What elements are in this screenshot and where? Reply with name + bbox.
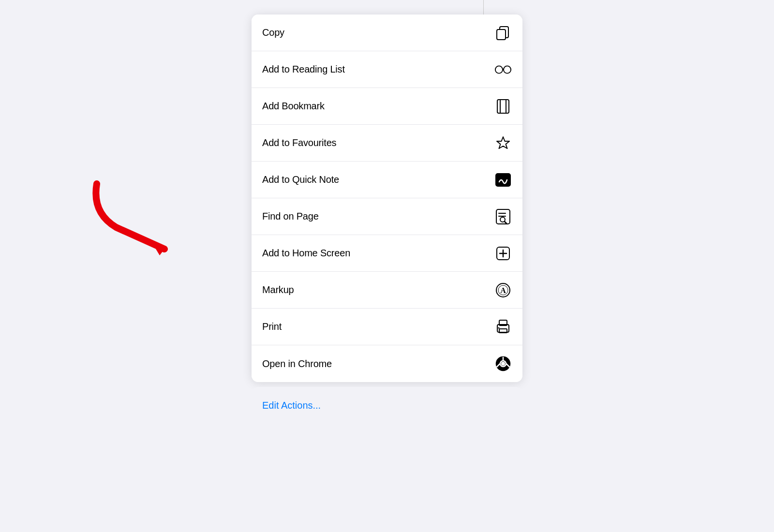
menu-item-chrome[interactable]: Open in Chrome	[252, 345, 522, 382]
print-icon	[494, 318, 512, 336]
svg-line-11	[505, 222, 506, 223]
quick-note-icon	[494, 171, 512, 189]
copy-label: Copy	[262, 27, 284, 38]
svg-rect-1	[497, 30, 506, 40]
home-screen-label: Add to Home Screen	[262, 248, 350, 259]
bookmark-label: Add Bookmark	[262, 101, 325, 112]
edit-actions-button[interactable]: Edit Actions...	[262, 400, 321, 411]
copy-icon	[494, 24, 512, 42]
markup-label: Markup	[262, 284, 294, 296]
markup-icon: A	[494, 281, 512, 299]
menu-item-print[interactable]: Print	[252, 309, 522, 345]
svg-point-27	[501, 362, 505, 366]
home-screen-icon	[494, 245, 512, 262]
bookmark-icon	[494, 98, 512, 115]
context-menu: Copy Add to Reading List Add Bookmark	[252, 15, 522, 424]
reading-list-icon	[494, 61, 512, 78]
menu-item-markup[interactable]: Markup A	[252, 272, 522, 309]
svg-marker-5	[497, 137, 509, 148]
svg-point-2	[495, 66, 503, 73]
svg-point-3	[504, 66, 511, 73]
chrome-icon	[494, 355, 512, 372]
favourites-icon	[494, 134, 512, 152]
svg-marker-0	[151, 241, 164, 255]
favourites-label: Add to Favourites	[262, 137, 336, 148]
reading-list-label: Add to Reading List	[262, 64, 345, 75]
svg-rect-6	[496, 174, 510, 186]
svg-point-21	[498, 327, 500, 328]
menu-item-find-on-page[interactable]: Find on Page	[252, 198, 522, 235]
annotation-arrow	[77, 174, 203, 271]
svg-rect-4	[497, 100, 509, 113]
svg-text:A: A	[500, 286, 506, 295]
menu-card-main: Copy Add to Reading List Add Bookmark	[252, 15, 522, 382]
menu-item-quick-note[interactable]: Add to Quick Note	[252, 162, 522, 198]
quick-note-label: Add to Quick Note	[262, 174, 339, 185]
chrome-label: Open in Chrome	[262, 358, 332, 369]
find-on-page-icon	[494, 208, 512, 225]
menu-item-copy[interactable]: Copy	[252, 15, 522, 51]
menu-item-home-screen[interactable]: Add to Home Screen	[252, 235, 522, 272]
menu-item-reading-list[interactable]: Add to Reading List	[252, 51, 522, 88]
menu-item-favourites[interactable]: Add to Favourites	[252, 125, 522, 162]
edit-actions-card: Edit Actions...	[252, 387, 522, 424]
print-label: Print	[262, 321, 282, 332]
find-on-page-label: Find on Page	[262, 211, 319, 222]
menu-item-bookmark[interactable]: Add Bookmark	[252, 88, 522, 125]
